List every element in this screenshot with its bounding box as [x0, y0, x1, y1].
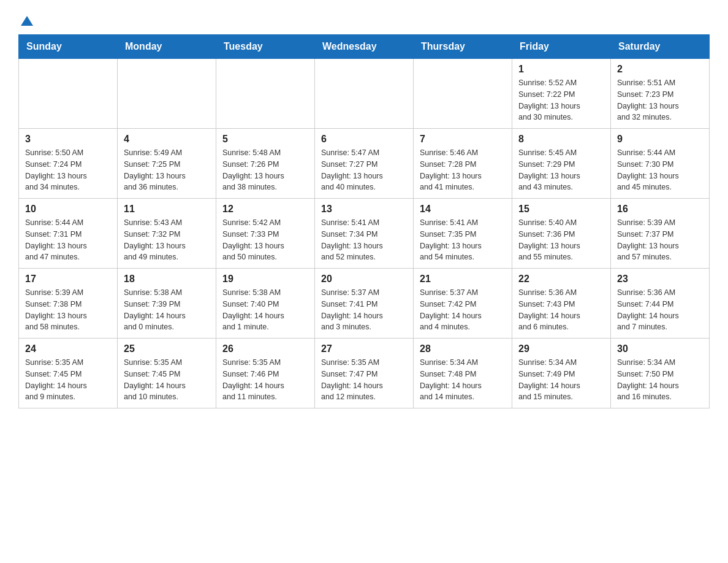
- day-number: 21: [420, 274, 506, 285]
- day-number: 30: [617, 343, 703, 354]
- day-number: 10: [25, 204, 111, 215]
- calendar-day-cell: 18Sunrise: 5:38 AM Sunset: 7:39 PM Dayli…: [118, 269, 216, 339]
- calendar-day-cell: 14Sunrise: 5:41 AM Sunset: 7:35 PM Dayli…: [414, 199, 512, 269]
- calendar-day-cell: 12Sunrise: 5:42 AM Sunset: 7:33 PM Dayli…: [216, 199, 315, 269]
- day-info: Sunrise: 5:37 AM Sunset: 7:42 PM Dayligh…: [420, 287, 506, 333]
- day-info: Sunrise: 5:49 AM Sunset: 7:25 PM Dayligh…: [124, 147, 210, 193]
- day-info: Sunrise: 5:34 AM Sunset: 7:48 PM Dayligh…: [420, 357, 506, 403]
- calendar-table: SundayMondayTuesdayWednesdayThursdayFrid…: [18, 34, 710, 408]
- day-number: 8: [518, 134, 604, 145]
- day-number: 14: [420, 204, 506, 215]
- calendar-day-cell: 1Sunrise: 5:52 AM Sunset: 7:22 PM Daylig…: [512, 59, 611, 129]
- day-info: Sunrise: 5:44 AM Sunset: 7:30 PM Dayligh…: [617, 147, 703, 193]
- day-info: Sunrise: 5:51 AM Sunset: 7:23 PM Dayligh…: [617, 77, 703, 123]
- day-number: 7: [420, 134, 506, 145]
- day-info: Sunrise: 5:39 AM Sunset: 7:37 PM Dayligh…: [617, 217, 703, 263]
- day-number: 25: [124, 343, 210, 354]
- calendar-day-cell: 30Sunrise: 5:34 AM Sunset: 7:50 PM Dayli…: [611, 339, 710, 408]
- day-number: 9: [617, 134, 703, 145]
- calendar-day-cell: 22Sunrise: 5:36 AM Sunset: 7:43 PM Dayli…: [512, 269, 611, 339]
- day-of-week-header: Monday: [118, 35, 216, 59]
- calendar-week-row: 3Sunrise: 5:50 AM Sunset: 7:24 PM Daylig…: [19, 129, 710, 199]
- page-header: [18, 12, 710, 28]
- day-of-week-header: Saturday: [611, 35, 710, 59]
- day-info: Sunrise: 5:35 AM Sunset: 7:47 PM Dayligh…: [321, 357, 407, 403]
- day-number: 29: [518, 343, 604, 354]
- day-number: 19: [222, 274, 308, 285]
- calendar-header-row: SundayMondayTuesdayWednesdayThursdayFrid…: [19, 35, 710, 59]
- calendar-day-cell: 9Sunrise: 5:44 AM Sunset: 7:30 PM Daylig…: [611, 129, 710, 199]
- calendar-day-cell: [414, 59, 512, 129]
- day-info: Sunrise: 5:39 AM Sunset: 7:38 PM Dayligh…: [25, 287, 111, 333]
- calendar-week-row: 24Sunrise: 5:35 AM Sunset: 7:45 PM Dayli…: [19, 339, 710, 408]
- day-number: 27: [321, 343, 407, 354]
- logo: [18, 18, 33, 28]
- day-info: Sunrise: 5:47 AM Sunset: 7:27 PM Dayligh…: [321, 147, 407, 193]
- day-info: Sunrise: 5:48 AM Sunset: 7:26 PM Dayligh…: [222, 147, 308, 193]
- day-info: Sunrise: 5:52 AM Sunset: 7:22 PM Dayligh…: [518, 77, 604, 123]
- calendar-day-cell: 26Sunrise: 5:35 AM Sunset: 7:46 PM Dayli…: [216, 339, 315, 408]
- day-info: Sunrise: 5:36 AM Sunset: 7:44 PM Dayligh…: [617, 287, 703, 333]
- day-info: Sunrise: 5:36 AM Sunset: 7:43 PM Dayligh…: [518, 287, 604, 333]
- day-number: 11: [124, 204, 210, 215]
- calendar-day-cell: [19, 59, 118, 129]
- day-number: 16: [617, 204, 703, 215]
- day-info: Sunrise: 5:35 AM Sunset: 7:45 PM Dayligh…: [124, 357, 210, 403]
- day-number: 1: [518, 64, 604, 75]
- day-number: 5: [222, 134, 308, 145]
- calendar-day-cell: 11Sunrise: 5:43 AM Sunset: 7:32 PM Dayli…: [118, 199, 216, 269]
- day-info: Sunrise: 5:35 AM Sunset: 7:45 PM Dayligh…: [25, 357, 111, 403]
- calendar-day-cell: 17Sunrise: 5:39 AM Sunset: 7:38 PM Dayli…: [19, 269, 118, 339]
- day-number: 22: [518, 274, 604, 285]
- calendar-day-cell: 15Sunrise: 5:40 AM Sunset: 7:36 PM Dayli…: [512, 199, 611, 269]
- day-number: 18: [124, 274, 210, 285]
- calendar-day-cell: 21Sunrise: 5:37 AM Sunset: 7:42 PM Dayli…: [414, 269, 512, 339]
- day-info: Sunrise: 5:34 AM Sunset: 7:49 PM Dayligh…: [518, 357, 604, 403]
- calendar-day-cell: 5Sunrise: 5:48 AM Sunset: 7:26 PM Daylig…: [216, 129, 315, 199]
- calendar-day-cell: 19Sunrise: 5:38 AM Sunset: 7:40 PM Dayli…: [216, 269, 315, 339]
- calendar-day-cell: 13Sunrise: 5:41 AM Sunset: 7:34 PM Dayli…: [315, 199, 414, 269]
- calendar-day-cell: 16Sunrise: 5:39 AM Sunset: 7:37 PM Dayli…: [611, 199, 710, 269]
- day-number: 6: [321, 134, 407, 145]
- calendar-day-cell: 29Sunrise: 5:34 AM Sunset: 7:49 PM Dayli…: [512, 339, 611, 408]
- day-of-week-header: Sunday: [19, 35, 118, 59]
- day-number: 13: [321, 204, 407, 215]
- day-info: Sunrise: 5:41 AM Sunset: 7:34 PM Dayligh…: [321, 217, 407, 263]
- calendar-day-cell: [315, 59, 414, 129]
- day-of-week-header: Friday: [512, 35, 611, 59]
- logo-triangle-icon: [21, 16, 33, 26]
- calendar-day-cell: 8Sunrise: 5:45 AM Sunset: 7:29 PM Daylig…: [512, 129, 611, 199]
- day-info: Sunrise: 5:40 AM Sunset: 7:36 PM Dayligh…: [518, 217, 604, 263]
- calendar-day-cell: [118, 59, 216, 129]
- day-info: Sunrise: 5:35 AM Sunset: 7:46 PM Dayligh…: [222, 357, 308, 403]
- day-number: 3: [25, 134, 111, 145]
- day-of-week-header: Thursday: [414, 35, 512, 59]
- calendar-week-row: 10Sunrise: 5:44 AM Sunset: 7:31 PM Dayli…: [19, 199, 710, 269]
- day-of-week-header: Tuesday: [216, 35, 315, 59]
- day-number: 12: [222, 204, 308, 215]
- day-info: Sunrise: 5:44 AM Sunset: 7:31 PM Dayligh…: [25, 217, 111, 263]
- day-info: Sunrise: 5:42 AM Sunset: 7:33 PM Dayligh…: [222, 217, 308, 263]
- day-info: Sunrise: 5:50 AM Sunset: 7:24 PM Dayligh…: [25, 147, 111, 193]
- day-of-week-header: Wednesday: [315, 35, 414, 59]
- day-info: Sunrise: 5:34 AM Sunset: 7:50 PM Dayligh…: [617, 357, 703, 403]
- day-number: 4: [124, 134, 210, 145]
- calendar-day-cell: 4Sunrise: 5:49 AM Sunset: 7:25 PM Daylig…: [118, 129, 216, 199]
- day-number: 20: [321, 274, 407, 285]
- day-number: 17: [25, 274, 111, 285]
- day-number: 2: [617, 64, 703, 75]
- calendar-week-row: 17Sunrise: 5:39 AM Sunset: 7:38 PM Dayli…: [19, 269, 710, 339]
- calendar-day-cell: 7Sunrise: 5:46 AM Sunset: 7:28 PM Daylig…: [414, 129, 512, 199]
- day-number: 28: [420, 343, 506, 354]
- calendar-day-cell: 6Sunrise: 5:47 AM Sunset: 7:27 PM Daylig…: [315, 129, 414, 199]
- calendar-day-cell: 27Sunrise: 5:35 AM Sunset: 7:47 PM Dayli…: [315, 339, 414, 408]
- day-info: Sunrise: 5:41 AM Sunset: 7:35 PM Dayligh…: [420, 217, 506, 263]
- calendar-day-cell: [216, 59, 315, 129]
- calendar-day-cell: 24Sunrise: 5:35 AM Sunset: 7:45 PM Dayli…: [19, 339, 118, 408]
- calendar-day-cell: 25Sunrise: 5:35 AM Sunset: 7:45 PM Dayli…: [118, 339, 216, 408]
- calendar-day-cell: 23Sunrise: 5:36 AM Sunset: 7:44 PM Dayli…: [611, 269, 710, 339]
- calendar-day-cell: 28Sunrise: 5:34 AM Sunset: 7:48 PM Dayli…: [414, 339, 512, 408]
- day-number: 26: [222, 343, 308, 354]
- calendar-day-cell: 20Sunrise: 5:37 AM Sunset: 7:41 PM Dayli…: [315, 269, 414, 339]
- day-info: Sunrise: 5:43 AM Sunset: 7:32 PM Dayligh…: [124, 217, 210, 263]
